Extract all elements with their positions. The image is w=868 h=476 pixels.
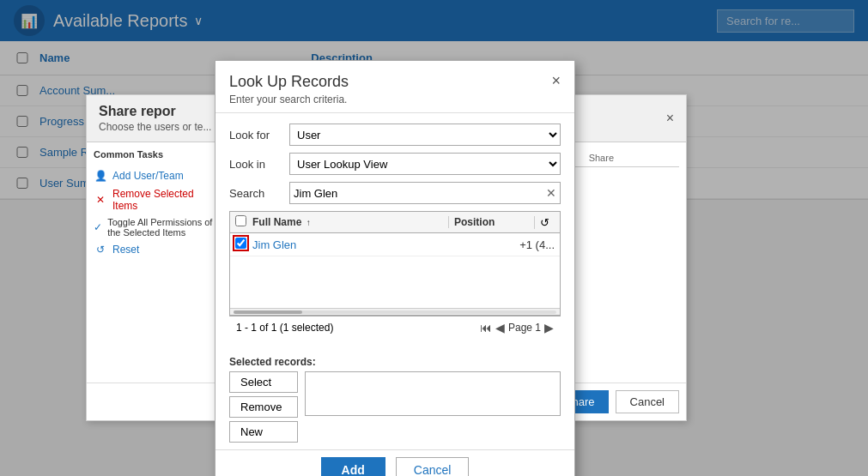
modal-search-form: Look for User Look in User Lookup View S…: [215, 113, 574, 349]
modal-title: Look Up Records: [229, 73, 349, 91]
common-tasks-header: Common Tasks: [94, 149, 225, 160]
task-toggle-label: Toggle All Permissions of the Selected I…: [107, 217, 225, 238]
result-phone: +1 (4...: [519, 238, 555, 251]
selected-records-box: [305, 371, 561, 416]
results-header: Full Name ↑ Position ↺: [230, 212, 560, 233]
header-check-area: [235, 215, 252, 229]
search-row: Search ✕: [229, 182, 561, 204]
pagination-controls: ⏮ ◀ Page 1 ▶: [480, 321, 554, 334]
full-name-col-header: Full Name ↑: [252, 216, 448, 228]
search-input[interactable]: [290, 183, 543, 203]
clear-search-button[interactable]: ✕: [543, 186, 560, 200]
task-reset[interactable]: ↺ Reset: [94, 240, 225, 259]
modal-close-button[interactable]: ×: [551, 73, 561, 88]
select-all-results-checkbox[interactable]: [235, 215, 246, 226]
look-in-label: Look in: [229, 158, 289, 171]
task-add-user[interactable]: 👤 Add User/Team: [94, 166, 225, 185]
sort-asc-icon: ↑: [307, 218, 311, 227]
page-label: Page 1: [508, 322, 541, 334]
results-grid: Full Name ↑ Position ↺ Jim Glen +1 (4...: [229, 211, 561, 316]
next-page-button[interactable]: ▶: [544, 321, 554, 334]
first-page-button[interactable]: ⏮: [480, 321, 492, 334]
lookup-records-modal: Look Up Records Enter your search criter…: [215, 60, 575, 476]
share-panel-subtitle: Choose the users or te...: [99, 121, 211, 133]
cancel-share-button[interactable]: Cancel: [616, 390, 679, 413]
cancel-modal-button[interactable]: Cancel: [396, 457, 470, 476]
new-button[interactable]: New: [229, 421, 298, 443]
result-name[interactable]: Jim Glen: [252, 238, 519, 251]
selected-records-section: Selected records: Select Remove New: [215, 349, 574, 449]
check-icon: ✓: [94, 220, 102, 234]
look-for-label: Look for: [229, 129, 289, 142]
look-for-row: Look for User: [229, 124, 561, 146]
share-panel-title: Share repor: [99, 104, 211, 119]
selected-records-area: Select Remove: [229, 371, 561, 418]
task-add-user-label: Add User/Team: [112, 170, 184, 182]
remove-button[interactable]: Remove: [229, 396, 298, 418]
task-toggle-all[interactable]: ✓ Toggle All Permissions of the Selected…: [94, 214, 225, 240]
result-row: Jim Glen +1 (4...: [230, 233, 560, 256]
look-for-select[interactable]: User: [289, 124, 561, 146]
prev-page-button[interactable]: ◀: [495, 321, 505, 334]
row-check-cell: [235, 238, 252, 251]
modal-subtitle: Enter your search criteria.: [229, 93, 349, 105]
look-in-row: Look in User Lookup View: [229, 153, 561, 175]
task-remove-label: Remove SelectedItems: [112, 188, 194, 212]
common-tasks-panel: Common Tasks 👤 Add User/Team ✕ Remove Se…: [87, 142, 233, 383]
refresh-icon[interactable]: ↺: [534, 216, 555, 229]
search-input-wrap: ✕: [289, 182, 561, 204]
modal-footer: Add Cancel: [215, 449, 574, 476]
share-panel-close-button[interactable]: ×: [666, 111, 674, 126]
task-remove-selected[interactable]: ✕ Remove SelectedItems: [94, 185, 225, 214]
task-reset-label: Reset: [112, 244, 139, 256]
scrollbar-track: [234, 310, 556, 314]
search-label: Search: [229, 187, 289, 200]
look-in-select[interactable]: User Lookup View: [289, 153, 561, 175]
selected-records-label: Selected records:: [229, 356, 561, 368]
add-user-icon: 👤: [94, 169, 107, 183]
position-col-header: Position: [448, 216, 534, 228]
results-footer: 1 - 1 of 1 (1 selected) ⏮ ◀ Page 1 ▶: [229, 316, 561, 339]
scrollbar-thumb: [234, 310, 302, 314]
record-action-buttons: Select Remove: [229, 371, 298, 418]
results-count: 1 - 1 of 1 (1 selected): [236, 322, 333, 334]
remove-icon: ✕: [94, 193, 107, 207]
reset-icon: ↺: [94, 243, 107, 256]
select-button[interactable]: Select: [229, 371, 298, 393]
results-empty-space: [230, 256, 560, 308]
result-row-checkbox[interactable]: [235, 238, 246, 249]
add-button[interactable]: Add: [321, 457, 385, 476]
horizontal-scrollbar[interactable]: [230, 308, 560, 315]
modal-header: Look Up Records Enter your search criter…: [215, 61, 574, 113]
